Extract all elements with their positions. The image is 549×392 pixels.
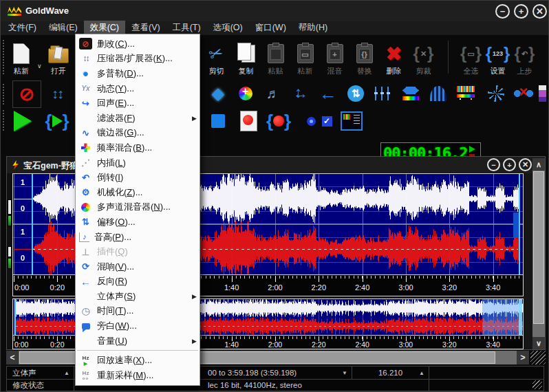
new-file-button[interactable]: 粘新 <box>8 36 35 76</box>
effects-menu-item-compress[interactable]: ↕↕压缩器/扩展器(K)... <box>76 52 200 67</box>
close-button[interactable]: ✕ <box>532 4 547 19</box>
ruler-major-tick <box>406 276 407 282</box>
effects-menu-item-plain[interactable]: 音量(U)▶ <box>76 334 200 349</box>
resize-grip[interactable] <box>530 351 546 364</box>
vertical-scroll-thumb[interactable] <box>533 171 544 324</box>
star-icon[interactable]: ◆ <box>204 80 232 107</box>
sound-minimize-button[interactable]: − <box>487 158 500 171</box>
gate-icon[interactable] <box>424 80 452 107</box>
copy-button[interactable]: 复制 <box>231 36 261 76</box>
scroll-down-button[interactable]: ∨ <box>532 337 545 349</box>
reverse-arrow-icon[interactable]: ← <box>314 80 342 107</box>
effects-menu-item-doppler[interactable]: ●多普勒(D)... <box>76 66 200 81</box>
marker-handle[interactable] <box>8 258 12 269</box>
ruler-label: 2:00 <box>268 340 282 349</box>
status-resize-grip[interactable] <box>532 380 542 389</box>
effects-menu-item-plain[interactable]: 滤波器(F)▶ <box>76 111 200 126</box>
offset-circle-icon[interactable]: ⇅ <box>342 80 369 107</box>
color-mixer-icon[interactable] <box>232 80 259 107</box>
record-selection-button[interactable]: {} <box>265 108 292 134</box>
effects-menu-item-playback-rate[interactable]: 回放速率(X)... <box>76 353 200 368</box>
position-cell[interactable]: 16.210 ▲ <box>352 367 429 379</box>
no-entry-icon[interactable]: ⊘ <box>12 80 41 108</box>
menubar-item-6[interactable]: 选项(O) <box>207 21 249 36</box>
sliders-icon[interactable] <box>369 80 397 107</box>
effects-menu-item-reverse[interactable]: ←反向(R) <box>76 274 200 290</box>
replace-icon: {} <box>353 43 376 65</box>
expand-icon[interactable] <box>287 80 314 107</box>
open-folder-button[interactable]: 打开 <box>45 36 72 76</box>
play-button[interactable] <box>9 108 36 134</box>
channel-mode-cell[interactable]: 立体声 ▲ <box>7 367 74 379</box>
effects-menu-item-mechanize[interactable]: ⚙机械化(Z)... <box>76 185 200 200</box>
effects-menu-item-reverb[interactable]: ⟳混响(V)... <box>76 259 200 274</box>
spark-icon[interactable] <box>482 80 510 107</box>
effects-menu-item-pitch[interactable]: ♪音高(P)... <box>76 230 200 245</box>
toolbar-button-label: 粘贴 <box>268 66 283 76</box>
effects-menu-item-deny[interactable]: ⊘删改(C)... <box>76 36 200 52</box>
sound-close-button[interactable]: ✕ <box>519 158 532 171</box>
control-window-button[interactable] <box>338 108 365 134</box>
vertical-scrollbar[interactable]: ∧ ∨ <box>532 158 545 349</box>
menu-item-label: 回放速率(X)... <box>97 354 152 367</box>
effects-menu-item-invert[interactable]: ↶倒转(I) <box>76 170 200 185</box>
effects-menu-item-narration[interactable]: 旁白(W)... <box>76 318 200 334</box>
play-selection-button[interactable]: {} <box>43 108 71 134</box>
effects-menu-item-offset[interactable]: ⇅偏移(O)... <box>76 215 200 230</box>
effects-menu-item-echo[interactable]: ↪回声(E)... <box>76 96 200 111</box>
scroll-left-button[interactable]: < <box>6 351 19 364</box>
cut-button[interactable]: ✂剪切 <box>202 36 231 76</box>
effects-menu-item-resample[interactable]: 重新采样(M)... <box>76 368 200 383</box>
stop-button[interactable] <box>204 108 232 134</box>
record-check-button[interactable]: ✓ <box>319 108 335 134</box>
scroll-right-button[interactable]: > <box>517 351 529 364</box>
new-dropdown-caret-icon[interactable]: ∨ <box>37 63 42 69</box>
marker-handle[interactable] <box>8 246 12 257</box>
channel-mode-arrow-icon[interactable]: ▲ <box>64 370 69 376</box>
ruler-major-tick <box>493 276 494 282</box>
sound-maximize-button[interactable]: + <box>503 158 516 171</box>
compress-expand-icon[interactable]: ↕↕ <box>43 80 71 107</box>
maximize-button[interactable]: + <box>514 4 528 19</box>
selection-dropdown-icon[interactable]: ▼ <box>342 370 347 376</box>
effects-menu-item-interpolate[interactable]: ⋰内插(L) <box>76 155 200 171</box>
ruler-label: 3:40 <box>486 283 500 292</box>
menu-item-label: 偏移(O)... <box>97 216 136 228</box>
menubar-item-8[interactable]: 帮助(H) <box>292 21 334 36</box>
delete-button[interactable]: ✖删除 <box>379 36 409 76</box>
record-new-button[interactable] <box>235 108 262 134</box>
edit-state-label: 修改状态 <box>12 380 44 391</box>
marker-handle[interactable] <box>8 215 12 226</box>
channel-mixer-icon <box>79 202 92 213</box>
effects-menu-item-freq-mix[interactable]: 频率混合(B)... <box>76 140 200 155</box>
reverse-icon: ← <box>79 276 92 287</box>
spectrum-icon[interactable] <box>452 80 480 107</box>
effects-menu-item-channel-mixer[interactable]: 多声道混音器(N)... <box>76 200 200 215</box>
minimize-button[interactable]: − <box>495 4 510 19</box>
ruler-major-tick <box>232 276 233 282</box>
toolbar-button-label: 删除 <box>387 66 402 76</box>
settings-button[interactable]: {123}设置 <box>484 36 511 76</box>
scroll-up-button[interactable]: ∧ <box>532 158 545 171</box>
ruler-label: 3:00 <box>399 340 413 349</box>
cross-wave-icon[interactable] <box>510 80 537 107</box>
marker-handle[interactable] <box>8 199 12 215</box>
effects-menu-item-flanger[interactable]: ∿镶边器(G)... <box>76 126 200 141</box>
control-window-icon <box>341 111 363 131</box>
reverb-icon: ⟳ <box>79 261 92 272</box>
menubar-item-1[interactable]: 文件(F) <box>2 21 43 36</box>
menubar-item-7[interactable]: 窗口(W) <box>249 21 292 36</box>
record-dot-button[interactable] <box>303 108 319 134</box>
position-arrow-icon[interactable]: ▲ <box>419 370 424 376</box>
effects-menu-item-dynamics[interactable]: Yx动态(Y)... <box>76 81 200 96</box>
clipped-edge-icon[interactable] <box>537 80 547 107</box>
toolbar-grip[interactable] <box>2 39 6 75</box>
menu-item-label: 插件(Q) <box>97 246 128 258</box>
stop-icon <box>211 114 225 128</box>
filter-hex-icon[interactable] <box>397 80 424 107</box>
new-file-icon <box>10 43 33 65</box>
effects-menu-item-plain[interactable]: 立体声(S)▶ <box>76 289 200 304</box>
paste-new-icon: ▭ <box>294 43 317 65</box>
notes-icon[interactable]: ♬ <box>259 80 287 107</box>
effects-menu-item-time[interactable]: ◷时间(T)... <box>76 304 200 319</box>
